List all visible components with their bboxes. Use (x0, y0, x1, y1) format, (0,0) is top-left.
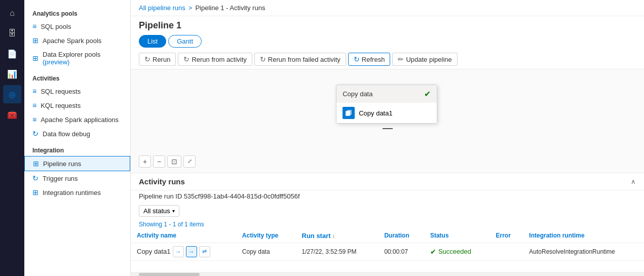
chart-icon[interactable]: 📊 (3, 65, 21, 83)
breadcrumb-current: Pipeline 1 - Activity runs (195, 4, 265, 12)
sort-icon[interactable]: ↕ (332, 233, 335, 239)
sidebar-item-sql-requests[interactable]: ≡ SQL requests (24, 84, 130, 98)
rerun-button[interactable]: ↻ Rerun (139, 53, 176, 66)
sidebar-item-apache-spark-pools[interactable]: ⊞ Apache Spark pools (24, 33, 130, 48)
output-action-button[interactable]: → (186, 246, 197, 257)
canvas-controls: + − ⊡ ⤢ (139, 155, 196, 168)
breadcrumb: All pipeline runs > Pipeline 1 - Activit… (131, 0, 644, 16)
col-error: Error (490, 229, 523, 243)
cell-activity-name: Copy data1 → → ⇌ (131, 243, 236, 260)
canvas-divider (383, 128, 393, 129)
tab-list[interactable]: List (139, 35, 166, 48)
link-action-button[interactable]: ⇌ (199, 246, 210, 257)
analytics-pools-section: Analytics pools (24, 4, 130, 19)
main-content: All pipeline runs > Pipeline 1 - Activit… (131, 0, 644, 276)
row-actions: → → ⇌ (173, 246, 210, 257)
sidebar-item-spark-applications[interactable]: ≡ Apache Spark applications (24, 112, 130, 127)
sql-requests-label: SQL requests (41, 88, 81, 95)
data-explorer-label: Data Explorer pools (preview) (43, 51, 122, 66)
col-integration-runtime: Integration runtime (523, 229, 644, 243)
file-icon[interactable]: 📄 (3, 45, 21, 63)
expand-button[interactable]: ⤢ (183, 155, 196, 168)
spark-pools-label: Apache Spark pools (43, 37, 101, 45)
toolbar: ↻ Rerun ↻ Rerun from activity ↻ Rerun fr… (131, 50, 644, 69)
col-run-start: Run start ↕ (296, 229, 378, 243)
col-run-start-label: Run start (302, 232, 331, 240)
cell-run-start: 1/27/22, 3:52:59 PM (296, 243, 378, 260)
copy-data1-item[interactable]: Copy data1 (336, 103, 437, 123)
table-row: Copy data1 → → ⇌ Copy data 1/27/22, 3:52… (131, 243, 644, 260)
sidebar-item-data-explorer-pools[interactable]: ⊞ Data Explorer pools (preview) (24, 48, 130, 69)
spark-applications-label: Apache Spark applications (41, 116, 119, 124)
data-explorer-icon: ⊞ (32, 54, 39, 62)
pipeline-run-id-row: Pipeline run ID 535cf998-1ab4-4404-815d-… (131, 190, 644, 202)
canvas-area: Copy data ✔ Copy data1 + − ⊡ ⤢ (131, 69, 644, 173)
col-activity-name: Activity name (131, 229, 236, 243)
trigger-runs-label: Trigger runs (43, 175, 78, 182)
copy-data1-name: Copy data1 (137, 248, 171, 255)
col-duration: Duration (378, 229, 424, 243)
activity-runs-panel: Activity runs ∧ Pipeline run ID 535cf998… (131, 173, 644, 277)
status-succeeded: ✔ Succeeded (430, 248, 484, 256)
dropdown-header: Copy data ✔ (336, 85, 437, 103)
col-activity-type: Activity type (236, 229, 296, 243)
cell-duration: 00:00:07 (378, 243, 424, 260)
integration-section: Integration (24, 141, 130, 156)
data-flow-debug-icon: ↻ (32, 130, 39, 138)
status-filter[interactable]: All status ▾ (139, 205, 179, 217)
dropdown-check-icon: ✔ (424, 89, 431, 99)
rerun-from-failed-activity-button[interactable]: ↻ Rerun from failed activity (254, 53, 346, 66)
scroll-thumb[interactable] (139, 273, 200, 276)
cell-integration-runtime: AutoResolveIntegrationRuntime (523, 243, 644, 260)
refresh-label: Refresh (362, 56, 385, 63)
fit-page-button[interactable]: ⊡ (167, 155, 181, 168)
trigger-runs-icon: ↻ (32, 174, 39, 182)
breadcrumb-parent[interactable]: All pipeline runs (139, 4, 185, 12)
panel-title: Activity runs (139, 177, 185, 186)
filter-row: All status ▾ (131, 202, 644, 220)
refresh-button[interactable]: ↻ Refresh (348, 53, 391, 66)
sidebar-item-integration-runtimes[interactable]: ⊞ Integration runtimes (24, 185, 130, 200)
svg-rect-1 (347, 110, 352, 115)
copy-data-icon-box (343, 107, 355, 119)
pipeline-runs-label: Pipeline runs (43, 160, 81, 168)
rerun-from-failed-label: Rerun from failed activity (268, 56, 340, 63)
rerun-from-activity-button[interactable]: ↻ Rerun from activity (178, 53, 252, 66)
update-pipeline-icon: ✏ (398, 55, 404, 63)
page-title: Pipeline 1 (131, 16, 644, 33)
tools-icon[interactable]: 🧰 (3, 105, 21, 124)
sidebar-item-kql-requests[interactable]: ≡ KQL requests (24, 98, 130, 112)
cell-activity-type: Copy data (236, 243, 296, 260)
spark-applications-icon: ≡ (32, 115, 36, 124)
sql-pools-label: SQL pools (41, 23, 71, 30)
refresh-icon: ↻ (354, 55, 360, 63)
copy-data1-label: Copy data1 (359, 109, 393, 117)
sql-requests-icon: ≡ (32, 87, 36, 95)
zoom-out-button[interactable]: − (153, 155, 165, 168)
sidebar-item-trigger-runs[interactable]: ↻ Trigger runs (24, 171, 130, 185)
rerun-label: Rerun (153, 56, 170, 63)
rerun-from-failed-icon: ↻ (260, 55, 266, 63)
sidebar-item-pipeline-runs[interactable]: ⊞ Pipeline runs (24, 156, 130, 171)
sidebar-item-sql-pools[interactable]: ≡ SQL pools (24, 19, 130, 33)
zoom-in-button[interactable]: + (139, 155, 151, 168)
table-header-row: Activity name Activity type Run start ↕ … (131, 229, 644, 243)
chevron-down-icon: ▾ (172, 208, 175, 214)
pipeline-runs-icon: ⊞ (33, 160, 39, 168)
activities-section: Activities (24, 69, 130, 84)
sidebar-item-data-flow-debug[interactable]: ↻ Data flow debug (24, 127, 130, 141)
update-pipeline-button[interactable]: ✏ Update pipeline (392, 53, 457, 66)
integration-runtimes-icon: ⊞ (32, 188, 39, 196)
horizontal-scrollbar[interactable] (131, 272, 644, 276)
home-icon[interactable]: ⌂ (3, 4, 21, 22)
sql-pools-icon: ≡ (32, 22, 36, 30)
pipeline-run-id-value: 535cf998-1ab4-4404-815d-0c0fdff5056f (184, 192, 300, 200)
input-action-button[interactable]: → (173, 246, 184, 257)
data-icon[interactable]: 🗄 (3, 24, 21, 43)
collapse-icon[interactable]: ∧ (631, 178, 636, 185)
copy-data-dropdown: Copy data ✔ Copy data1 (336, 85, 437, 124)
tab-gantt[interactable]: Gantt (168, 35, 202, 48)
spark-pools-icon: ⊞ (32, 36, 39, 45)
showing-text: Showing 1 - 1 of 1 items (131, 220, 644, 229)
monitor-icon[interactable]: ◎ (3, 85, 21, 103)
